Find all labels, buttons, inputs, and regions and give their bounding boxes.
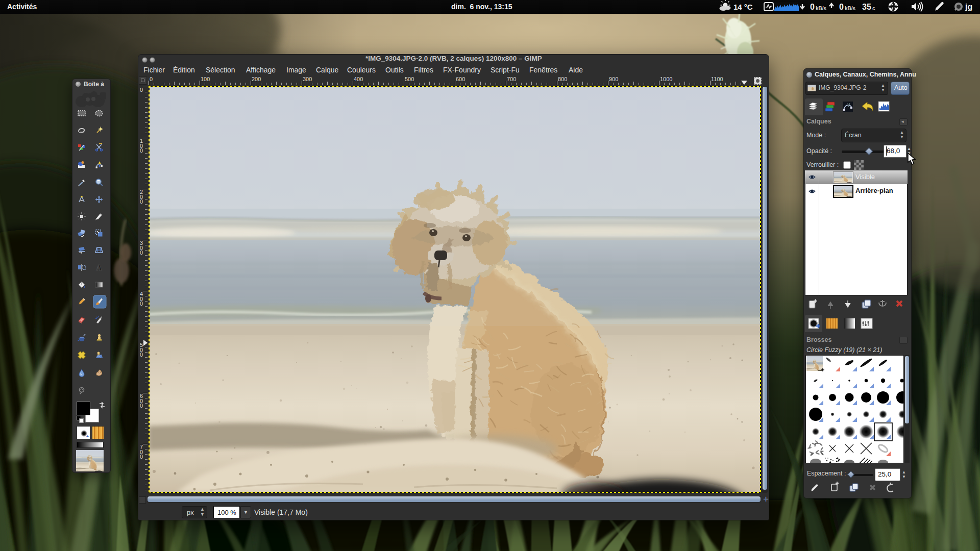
svg-text:c: c: [872, 6, 875, 11]
svg-text:0: 0: [839, 3, 844, 11]
svg-text:kB/s: kB/s: [845, 6, 856, 11]
svg-text:kB/s: kB/s: [816, 6, 827, 11]
svg-text:A: A: [96, 263, 102, 272]
svg-text:jg: jg: [965, 3, 972, 11]
svg-text:0: 0: [810, 3, 815, 11]
svg-text:14 °C: 14 °C: [733, 3, 753, 11]
svg-text:35: 35: [862, 3, 871, 11]
